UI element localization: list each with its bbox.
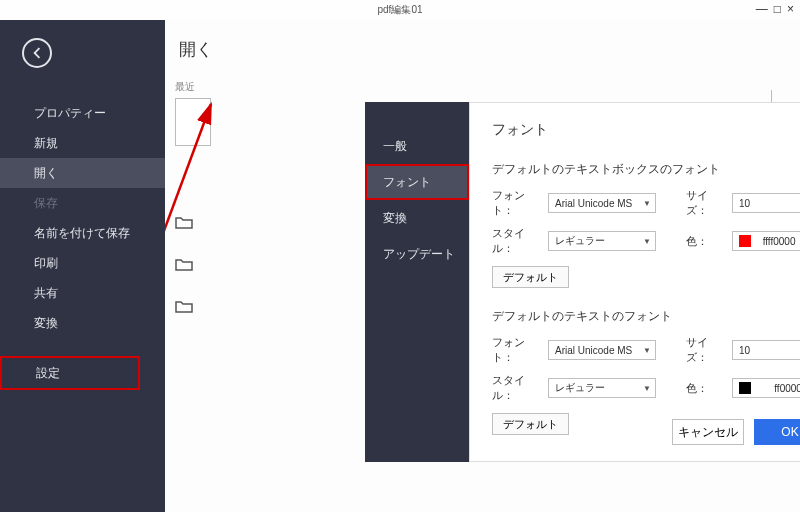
tab-font[interactable]: フォント	[365, 164, 469, 200]
font-label: フォント：	[492, 188, 542, 218]
recent-label: 最近	[175, 80, 211, 94]
sidebar-item-save: 保存	[0, 188, 165, 218]
page-title: 開く	[165, 20, 800, 61]
sidebar-item-label: 新規	[34, 136, 58, 150]
maximize-icon[interactable]: □	[774, 2, 781, 16]
folder-icon[interactable]	[175, 299, 193, 313]
sidebar-item-label: 開く	[34, 166, 58, 180]
font-select[interactable]: Arial Unicode MS▼	[548, 193, 656, 213]
minimize-icon[interactable]: —	[756, 2, 768, 16]
window-title: pdf編集01	[377, 3, 422, 17]
default-button[interactable]: デフォルト	[492, 266, 569, 288]
sidebar-item-label: 保存	[34, 196, 58, 210]
size-select[interactable]: 10▼	[732, 193, 800, 213]
sidebar-item-share[interactable]: 共有	[0, 278, 165, 308]
sidebar-item-label: 印刷	[34, 256, 58, 270]
folder-icon[interactable]	[175, 215, 193, 229]
color-label: 色：	[686, 381, 726, 396]
sidebar-item-print[interactable]: 印刷	[0, 248, 165, 278]
content-area: 開く 最近 一般 フォント 変換 アップデート × フォント デフォルトのテキス…	[165, 20, 800, 512]
color-select[interactable]: ff000000	[732, 378, 800, 398]
tab-update[interactable]: アップデート	[365, 236, 469, 272]
chevron-down-icon: ▼	[643, 384, 651, 393]
sidebar-item-save-as[interactable]: 名前を付けて保存	[0, 218, 165, 248]
window-controls: — □ ×	[756, 2, 794, 16]
color-label: 色：	[686, 234, 726, 249]
sidebar-item-label: 設定	[36, 366, 60, 380]
section-heading: デフォルトのテキストボックスのフォント	[492, 161, 800, 178]
settings-panel: × フォント デフォルトのテキストボックスのフォント フォント： Arial U…	[469, 102, 800, 462]
style-label: スタイル：	[492, 373, 542, 403]
style-select[interactable]: レギュラー▼	[548, 231, 656, 251]
select-value: レギュラー	[555, 381, 605, 395]
settings-tabs: 一般 フォント 変換 アップデート	[365, 102, 469, 462]
chevron-down-icon: ▼	[643, 199, 651, 208]
select-value: 10	[739, 345, 750, 356]
sidebar-item-label: 名前を付けて保存	[34, 226, 130, 240]
recent-section: 最近	[175, 80, 211, 146]
cancel-button[interactable]: キャンセル	[672, 419, 744, 445]
color-select[interactable]: ffff0000▼	[732, 231, 800, 251]
section-heading: デフォルトのテキストのフォント	[492, 308, 800, 325]
tab-label: 変換	[383, 211, 407, 225]
size-select[interactable]: 10▼	[732, 340, 800, 360]
chevron-down-icon: ▼	[643, 346, 651, 355]
select-value: Arial Unicode MS	[555, 198, 632, 209]
style-select[interactable]: レギュラー▼	[548, 378, 656, 398]
close-icon[interactable]: ×	[787, 2, 794, 16]
chevron-down-icon: ▼	[643, 237, 651, 246]
sidebar-item-label: 共有	[34, 286, 58, 300]
sidebar-item-label: プロパティー	[34, 106, 106, 120]
tab-label: アップデート	[383, 247, 455, 261]
color-swatch-icon	[739, 235, 751, 247]
sidebar-item-open[interactable]: 開く	[0, 158, 165, 188]
document-thumbnail[interactable]	[175, 98, 211, 146]
size-label: サイズ：	[686, 335, 726, 365]
chevron-left-icon	[31, 47, 43, 59]
select-value: Arial Unicode MS	[555, 345, 632, 356]
tab-label: 一般	[383, 139, 407, 153]
color-swatch-icon	[739, 382, 751, 394]
select-value: ff000000	[774, 383, 800, 394]
font-label: フォント：	[492, 335, 542, 365]
style-label: スタイル：	[492, 226, 542, 256]
font-select[interactable]: Arial Unicode MS▼	[548, 340, 656, 360]
select-value: 10	[739, 198, 750, 209]
titlebar: pdf編集01 — □ ×	[0, 0, 800, 20]
size-label: サイズ：	[686, 188, 726, 218]
sidebar-item-settings[interactable]: 設定	[0, 356, 140, 390]
select-value: ffff0000	[763, 236, 796, 247]
select-value: レギュラー	[555, 234, 605, 248]
sidebar-item-convert[interactable]: 変換	[0, 308, 165, 338]
folder-list	[175, 215, 193, 313]
tab-label: フォント	[383, 175, 431, 189]
panel-title: フォント	[492, 121, 800, 139]
folder-icon[interactable]	[175, 257, 193, 271]
sidebar-item-properties[interactable]: プロパティー	[0, 98, 165, 128]
default-button[interactable]: デフォルト	[492, 413, 569, 435]
tab-convert[interactable]: 変換	[365, 200, 469, 236]
sidebar-item-label: 変換	[34, 316, 58, 330]
sidebar: プロパティー 新規 開く 保存 名前を付けて保存 印刷 共有 変換 設定	[0, 20, 165, 512]
sidebar-item-new[interactable]: 新規	[0, 128, 165, 158]
ok-button[interactable]: OK	[754, 419, 800, 445]
tab-general[interactable]: 一般	[365, 128, 469, 164]
back-button[interactable]	[22, 38, 52, 68]
